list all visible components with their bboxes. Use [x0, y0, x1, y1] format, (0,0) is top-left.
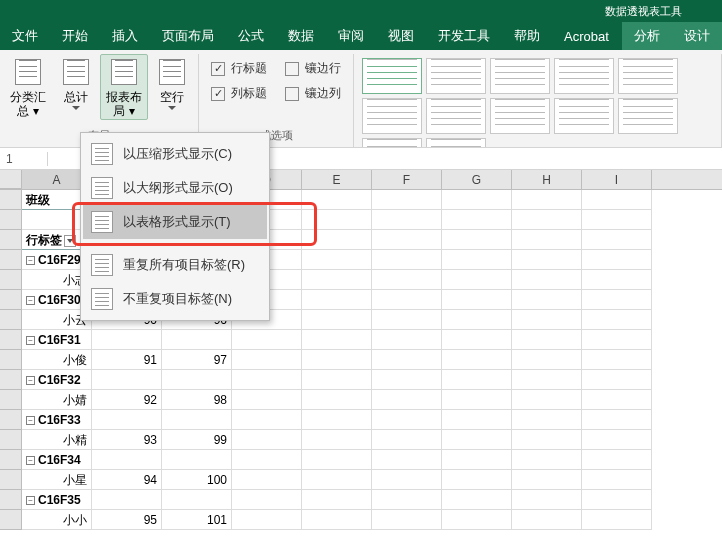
row-header[interactable]	[0, 310, 22, 330]
cell[interactable]	[372, 470, 442, 490]
tab-acrobat[interactable]: Acrobat	[552, 22, 621, 50]
pivot-value[interactable]: 101	[162, 510, 232, 530]
cell[interactable]	[302, 510, 372, 530]
collapse-icon[interactable]	[26, 456, 35, 465]
cell[interactable]	[582, 210, 652, 230]
pivot-style-thumb[interactable]	[426, 98, 486, 134]
cell[interactable]	[92, 410, 162, 430]
btn-subtotal[interactable]: 分类汇 总 ▾	[4, 54, 52, 120]
cell[interactable]	[582, 290, 652, 310]
cell[interactable]	[512, 470, 582, 490]
cell[interactable]	[372, 450, 442, 470]
pivot-style-thumb[interactable]	[490, 98, 550, 134]
cell[interactable]	[512, 210, 582, 230]
pivot-style-thumb[interactable]	[554, 58, 614, 94]
cell[interactable]	[302, 350, 372, 370]
col-header[interactable]: I	[582, 170, 652, 189]
cell[interactable]	[372, 430, 442, 450]
collapse-icon[interactable]	[26, 256, 35, 265]
cell[interactable]	[442, 470, 512, 490]
menu-no-repeat-labels[interactable]: 不重复项目标签(N)	[83, 282, 267, 316]
collapse-icon[interactable]	[26, 416, 35, 425]
pivot-value[interactable]: 100	[162, 470, 232, 490]
cell[interactable]	[372, 250, 442, 270]
cell[interactable]	[372, 230, 442, 250]
row-header[interactable]	[0, 470, 22, 490]
cell[interactable]	[442, 430, 512, 450]
cell[interactable]	[582, 390, 652, 410]
menu-show-outline[interactable]: 以大纲形式显示(O)	[83, 171, 267, 205]
cell[interactable]	[232, 390, 302, 410]
cell[interactable]	[232, 410, 302, 430]
tab-file[interactable]: 文件	[0, 22, 50, 50]
row-header[interactable]	[0, 190, 22, 210]
cell[interactable]	[442, 490, 512, 510]
cell[interactable]	[92, 490, 162, 510]
row-header[interactable]	[0, 330, 22, 350]
cell[interactable]	[372, 290, 442, 310]
cell[interactable]	[162, 410, 232, 430]
cell[interactable]	[442, 410, 512, 430]
cell[interactable]	[512, 290, 582, 310]
row-header[interactable]	[0, 350, 22, 370]
col-header[interactable]: H	[512, 170, 582, 189]
pivot-style-thumb[interactable]	[362, 58, 422, 94]
cb-banded-cols[interactable]: 镶边列	[285, 85, 341, 102]
cell[interactable]	[302, 390, 372, 410]
cell[interactable]	[512, 430, 582, 450]
cell[interactable]	[582, 270, 652, 290]
cell[interactable]	[582, 450, 652, 470]
pivot-style-thumb[interactable]	[362, 138, 422, 148]
cell[interactable]	[512, 370, 582, 390]
cell[interactable]	[512, 510, 582, 530]
tab-pagelayout[interactable]: 页面布局	[150, 22, 226, 50]
cell[interactable]	[232, 430, 302, 450]
pivot-style-thumb[interactable]	[618, 58, 678, 94]
cell[interactable]	[582, 250, 652, 270]
cell[interactable]	[582, 310, 652, 330]
cell[interactable]	[582, 430, 652, 450]
cell[interactable]	[582, 370, 652, 390]
cell[interactable]	[582, 190, 652, 210]
cell[interactable]	[302, 270, 372, 290]
pivot-style-thumb[interactable]	[554, 98, 614, 134]
row-header[interactable]	[0, 230, 22, 250]
tab-formulas[interactable]: 公式	[226, 22, 276, 50]
row-header[interactable]	[0, 430, 22, 450]
cell[interactable]	[442, 370, 512, 390]
row-header[interactable]	[0, 490, 22, 510]
tab-home[interactable]: 开始	[50, 22, 100, 50]
collapse-icon[interactable]	[26, 296, 35, 305]
tab-review[interactable]: 审阅	[326, 22, 376, 50]
cell[interactable]	[582, 350, 652, 370]
cell[interactable]	[302, 430, 372, 450]
row-header[interactable]	[0, 210, 22, 230]
cell[interactable]	[372, 490, 442, 510]
pivot-style-thumb[interactable]	[426, 138, 486, 148]
row-header[interactable]	[0, 390, 22, 410]
menu-show-tabular[interactable]: 以表格形式显示(T)	[83, 205, 267, 239]
cell[interactable]	[372, 190, 442, 210]
cell[interactable]	[512, 490, 582, 510]
cell[interactable]	[442, 210, 512, 230]
cell[interactable]	[512, 250, 582, 270]
row-header[interactable]	[0, 510, 22, 530]
cell[interactable]	[372, 350, 442, 370]
pivot-style-thumb[interactable]	[362, 98, 422, 134]
cell[interactable]	[372, 210, 442, 230]
cell[interactable]	[302, 290, 372, 310]
cell[interactable]	[582, 470, 652, 490]
select-all-corner[interactable]	[0, 170, 22, 189]
cell[interactable]	[442, 350, 512, 370]
cell[interactable]	[372, 310, 442, 330]
cell[interactable]	[442, 230, 512, 250]
filter-dropdown-icon[interactable]	[64, 235, 76, 247]
tab-design[interactable]: 设计	[672, 22, 722, 50]
cell[interactable]	[302, 230, 372, 250]
cell[interactable]	[582, 330, 652, 350]
menu-repeat-labels[interactable]: 重复所有项目标签(R)	[83, 248, 267, 282]
col-header[interactable]: F	[372, 170, 442, 189]
pivot-value[interactable]: 92	[92, 390, 162, 410]
cell[interactable]	[512, 190, 582, 210]
btn-grandtotal[interactable]: 总计	[54, 54, 98, 112]
